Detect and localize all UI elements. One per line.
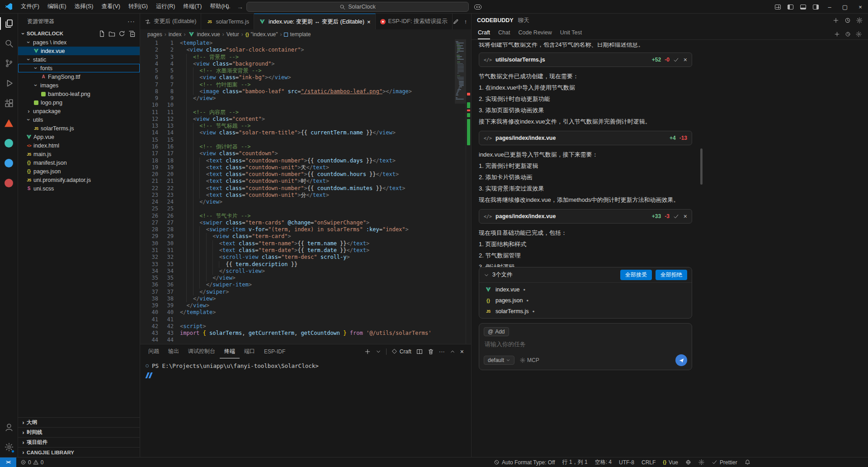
chevron-down-icon[interactable] <box>484 272 489 278</box>
status-item--4[interactable]: 空格: 4 <box>595 458 612 466</box>
menu--E-[interactable]: 编辑(E) <box>43 1 71 12</box>
changed-file-row-solarTerms.js[interactable]: JSsolarTerms.js• <box>479 306 692 317</box>
menu--G-[interactable]: 转到(G) <box>124 1 152 12</box>
chat-settings-icon[interactable] <box>856 17 863 24</box>
menu--V-[interactable]: 查看(V) <box>97 1 124 12</box>
maximize-button[interactable]: ▢ <box>837 0 853 14</box>
tree-item-index.vue[interactable]: index.vue <box>18 47 140 55</box>
tree-item-images[interactable]: ›images <box>18 81 140 90</box>
tree-item-main.js[interactable]: JSmain.js <box>18 150 140 158</box>
activity-ext-red[interactable] <box>0 173 18 193</box>
command-center-search[interactable]: SolarClock <box>246 2 469 12</box>
chat-tab-Code-Review[interactable]: Code Review <box>519 29 552 39</box>
tree-item-pages.json[interactable]: {}pages.json <box>18 167 140 176</box>
model-selector[interactable]: default <box>484 356 514 365</box>
menu--F-[interactable]: 文件(F) <box>17 1 43 12</box>
terminal[interactable]: PS E:\Projects\uniapp\u\fanyi-toolbox\So… <box>140 358 471 457</box>
tree-item-utils[interactable]: ›utils <box>18 115 140 124</box>
panel-tab--[interactable]: 端口 <box>240 344 259 358</box>
file-change-card[interactable]: </>utils/solarTerms.js+52-0× <box>479 52 692 67</box>
activity-ext-orange[interactable] <box>0 113 18 133</box>
panel-tab--[interactable]: 调试控制台 <box>184 344 220 358</box>
split-terminal-icon[interactable] <box>416 348 423 355</box>
tree-item-index.html[interactable]: <>index.html <box>18 141 140 150</box>
activity-search[interactable] <box>0 33 18 53</box>
close-icon[interactable]: × <box>367 19 371 25</box>
chat-tab-Craft[interactable]: Craft <box>478 29 490 39</box>
panel-tab--[interactable]: 输出 <box>164 344 184 358</box>
breadcrumb-item-index[interactable]: index <box>169 31 182 38</box>
add-context-chip[interactable]: @ Add <box>484 327 509 336</box>
tree-item-unpackage[interactable]: ›unpackage <box>18 107 140 115</box>
tree-item-manifest.json[interactable]: {}manifest.json <box>18 158 140 167</box>
tree-item-bamboo-leaf.png[interactable]: bamboo-leaf.png <box>18 90 140 98</box>
minimap[interactable] <box>455 39 466 344</box>
chat-scrollbar[interactable] <box>700 148 703 185</box>
refresh-icon[interactable] <box>118 30 125 37</box>
panel-tab--[interactable]: 终端 <box>220 344 240 358</box>
activity-run-debug[interactable] <box>0 73 18 93</box>
breadcrumb-item-pages[interactable]: pages <box>147 31 162 38</box>
arrow-up-icon[interactable]: ↑ <box>464 18 467 25</box>
accept-change-icon[interactable] <box>673 57 679 63</box>
customize-layout-icon[interactable] <box>771 0 784 14</box>
more-actions-icon[interactable]: ··· <box>127 18 135 25</box>
minimize-button[interactable]: – <box>822 0 837 14</box>
accept-all-button[interactable]: 全部接受 <box>620 270 652 280</box>
tree-root-solarclock[interactable]: › SOLARCLOCK <box>18 29 140 38</box>
maximize-panel-icon[interactable] <box>450 349 455 354</box>
activity-settings[interactable] <box>0 437 18 457</box>
tree-item-pages-index[interactable]: ›pages \ index <box>18 38 140 47</box>
status-item--1-1[interactable]: 行 1，列 1 <box>562 458 588 466</box>
tree-item-uni.scss[interactable]: Suni.scss <box>18 184 140 193</box>
editor-tab-ESP-IDF-[interactable]: ESP-IDF: 搜索错误提示 <box>376 14 453 29</box>
toggle-sidebar-icon[interactable] <box>784 0 797 14</box>
menu--T-[interactable]: 终端(T) <box>179 1 206 12</box>
menu--R-[interactable]: 运行(R) <box>152 1 179 12</box>
activity-explorer[interactable] <box>0 14 18 33</box>
editor-tab--Editable-[interactable]: 变更后 (Editable) <box>140 14 201 29</box>
panel-tab-ESP-IDF[interactable]: ESP-IDF <box>259 344 290 358</box>
new-terminal-icon[interactable] <box>364 348 371 355</box>
status-item-bell-icon[interactable] <box>745 459 750 465</box>
remote-indicator[interactable]: >< <box>0 457 16 467</box>
nav-back-icon[interactable]: ← <box>225 3 231 10</box>
tree-item-uni.promisify.adaptor.js[interactable]: JSuni.promisify.adaptor.js <box>18 176 140 184</box>
file-change-card[interactable]: </>pages/index/index.vue+33-3× <box>479 209 692 224</box>
chat-input[interactable]: 请输入你的任务 <box>485 340 686 348</box>
status-item-Auto-Format-Type-Off[interactable]: Auto Format Type: Off <box>494 459 555 466</box>
breadcrumb-item--index-vue-[interactable]: {}"index.vue" <box>245 31 278 38</box>
activity-account[interactable] <box>0 417 18 437</box>
status-item-gear-icon[interactable] <box>698 459 704 465</box>
activity-browser-edge[interactable] <box>0 153 18 173</box>
send-button[interactable] <box>675 354 687 366</box>
tree-item-solarTerms.js[interactable]: JSsolarTerms.js <box>18 124 140 133</box>
craft-label[interactable]: Craft <box>400 348 411 355</box>
overview-ruler[interactable] <box>466 39 471 344</box>
accept-change-icon[interactable] <box>673 214 679 219</box>
tree-item-fonts[interactable]: ›fonts <box>18 64 140 72</box>
sessions-history-icon[interactable] <box>845 31 851 37</box>
changed-file-row-index.vue[interactable]: index.vue• <box>479 284 692 295</box>
history-icon[interactable] <box>844 17 851 24</box>
new-craft-icon[interactable] <box>834 31 840 37</box>
reject-change-icon[interactable]: × <box>684 213 687 220</box>
status-item-Vue[interactable]: {}Vue <box>663 459 678 466</box>
craft-icon[interactable] <box>392 348 397 354</box>
status-item-globe-icon[interactable] <box>685 459 691 465</box>
tree-item-logo.png[interactable]: logo.png <box>18 98 140 107</box>
toggle-panel-icon[interactable] <box>797 0 809 14</box>
activity-extensions[interactable] <box>0 93 18 113</box>
sidebar-section-CANGJIE-LIBRARY[interactable]: ›CANGJIE LIBRARY <box>18 447 140 457</box>
tree-item-App.vue[interactable]: App.vue <box>18 133 140 141</box>
chat-input-panel[interactable]: @ Add 请输入你的任务 default MCP <box>479 323 692 370</box>
reject-all-button[interactable]: 全部拒绝 <box>656 270 687 280</box>
tree-item-FangSong.ttf[interactable]: AFangSong.ttf <box>18 72 140 81</box>
collapse-all-icon[interactable] <box>128 30 135 37</box>
close-button[interactable]: × <box>853 0 868 14</box>
status-item-CRLF[interactable]: CRLF <box>642 459 656 466</box>
close-panel-icon[interactable]: × <box>460 348 464 355</box>
new-folder-icon[interactable] <box>108 30 115 37</box>
activity-source-control[interactable] <box>0 53 18 73</box>
file-change-card[interactable]: </>pages/index/index.vue+4-13 <box>479 131 692 145</box>
